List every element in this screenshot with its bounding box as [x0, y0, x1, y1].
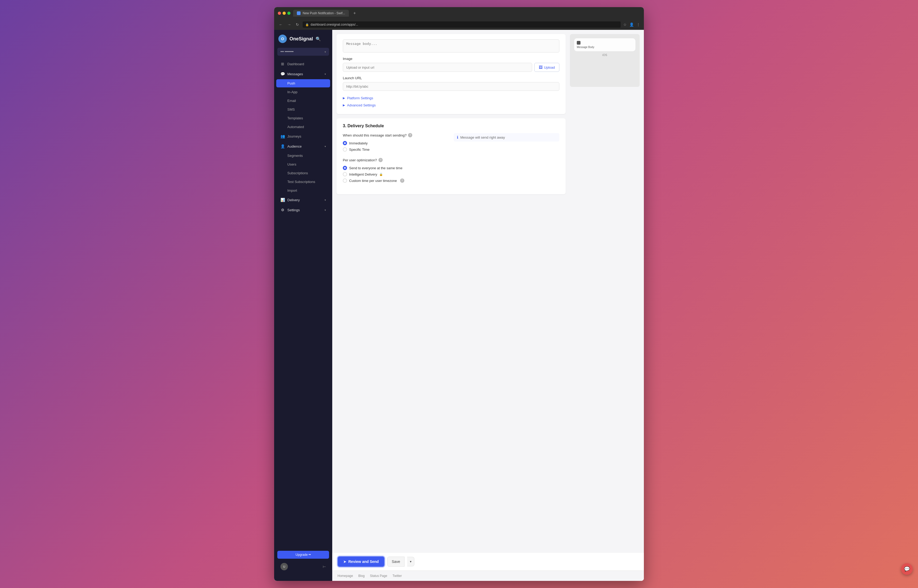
- sidebar-item-email[interactable]: Email: [276, 97, 330, 105]
- import-label: Import: [287, 189, 297, 192]
- tab-favicon: [297, 11, 301, 15]
- users-label: Users: [287, 162, 296, 166]
- back-button[interactable]: ←: [278, 22, 284, 27]
- launch-url-label: Launch URL: [343, 76, 559, 80]
- sidebar-item-delivery[interactable]: 📊 Delivery ▾: [276, 195, 330, 205]
- sidebar-item-dashboard[interactable]: ⊞ Dashboard: [276, 59, 330, 69]
- test-subscriptions-label: Test Subscriptions: [287, 180, 315, 184]
- collapse-button[interactable]: ⊢: [323, 564, 326, 569]
- chat-button[interactable]: 💬: [901, 563, 913, 575]
- custom-timezone-radio[interactable]: [343, 178, 347, 183]
- sidebar-item-test-subscriptions[interactable]: Test Subscriptions: [276, 178, 330, 186]
- per-user-help-icon[interactable]: ?: [378, 158, 383, 162]
- review-send-button[interactable]: ➤ Review and Send: [338, 556, 385, 567]
- send-everyone-option[interactable]: Send to everyone at the same time: [343, 165, 448, 171]
- sidebar-item-automated[interactable]: Automated: [276, 123, 330, 131]
- bookmark-button[interactable]: ☆: [623, 23, 627, 27]
- image-url-input[interactable]: [343, 63, 532, 72]
- when-help-icon[interactable]: ?: [408, 133, 412, 137]
- logo-icon: O: [278, 35, 287, 43]
- app-selector[interactable]: ••• •••••••• ▾: [277, 48, 329, 56]
- new-tab-button[interactable]: +: [352, 10, 358, 16]
- sidebar-item-messages[interactable]: 💬 Messages ▾: [276, 69, 330, 79]
- sms-label: SMS: [287, 107, 295, 111]
- page-footer: Homepage Blog Status Page Twitter: [332, 570, 644, 581]
- sidebar-item-import[interactable]: Import: [276, 186, 330, 195]
- sidebar-item-audience[interactable]: 👤 Audience ▾: [276, 142, 330, 151]
- delivery-label: Delivery: [287, 198, 300, 202]
- sidebar-item-subscriptions[interactable]: Subscriptions: [276, 169, 330, 177]
- close-button[interactable]: [278, 11, 281, 15]
- browser-titlebar: New Push Notification - Swif... +: [274, 7, 644, 19]
- launch-url-input[interactable]: [343, 82, 559, 91]
- dashboard-icon: ⊞: [280, 62, 285, 66]
- immediately-option[interactable]: Immediately: [343, 140, 448, 146]
- send-icon: ➤: [343, 560, 346, 564]
- sidebar-item-push[interactable]: Push: [276, 79, 330, 87]
- minimize-button[interactable]: [283, 11, 286, 15]
- twitter-link[interactable]: Twitter: [393, 574, 402, 578]
- reload-button[interactable]: ↻: [295, 22, 300, 27]
- save-dropdown-button[interactable]: ▾: [407, 557, 414, 566]
- menu-button[interactable]: ⋮: [637, 23, 640, 27]
- upload-button[interactable]: 🖼 Upload: [534, 63, 559, 72]
- save-button[interactable]: Save: [387, 557, 405, 567]
- per-user-question: Per user optimization? ?: [343, 158, 448, 162]
- notif-header: [577, 41, 633, 45]
- main-wrapper: Image 🖼 Upload Launch URL: [332, 30, 644, 581]
- upload-icon: 🖼: [539, 65, 543, 69]
- chat-icon: 💬: [904, 566, 910, 572]
- sidebar-item-journeys[interactable]: 👥 Journeys: [276, 131, 330, 141]
- search-button[interactable]: 🔍: [315, 36, 321, 42]
- info-icon: ℹ: [457, 135, 458, 139]
- automated-label: Automated: [287, 125, 304, 129]
- tab-title: New Push Notification - Swif...: [303, 11, 345, 15]
- homepage-link[interactable]: Homepage: [338, 574, 353, 578]
- specific-time-radio[interactable]: [343, 147, 347, 152]
- delivery-two-col: When should this message start sending? …: [343, 133, 559, 189]
- image-label: Image: [343, 57, 559, 61]
- upgrade-button[interactable]: Upgrade ••: [277, 551, 329, 559]
- forward-button[interactable]: →: [286, 22, 292, 27]
- profile-button[interactable]: 👤: [629, 23, 634, 27]
- specific-time-label: Specific Time: [349, 148, 370, 152]
- browser-tab[interactable]: New Push Notification - Swif...: [293, 10, 349, 17]
- intelligent-delivery-radio[interactable]: [343, 172, 347, 176]
- advanced-settings-label: Advanced Settings: [347, 103, 375, 107]
- settings-icon: ⚙: [280, 208, 285, 212]
- maximize-button[interactable]: [287, 11, 291, 15]
- sidebar-item-inapp[interactable]: In-App: [276, 88, 330, 96]
- messages-chevron: ▾: [325, 73, 326, 76]
- send-everyone-radio[interactable]: [343, 166, 347, 170]
- sidebar-item-segments[interactable]: Segments: [276, 152, 330, 160]
- message-body-textarea[interactable]: [343, 39, 559, 53]
- sidebar-item-templates[interactable]: Templates: [276, 114, 330, 122]
- status-page-link[interactable]: Status Page: [370, 574, 387, 578]
- user-avatar: U: [280, 563, 288, 570]
- platform-settings-toggle[interactable]: ▶ Platform Settings: [343, 95, 559, 102]
- immediately-radio[interactable]: [343, 141, 347, 145]
- specific-time-option[interactable]: Specific Time: [343, 146, 448, 153]
- sidebar: O OneSignal 🔍 ••• •••••••• ▾ ⊞ Dashboard…: [274, 30, 332, 581]
- custom-timezone-option[interactable]: Custom time per user timezone ?: [343, 178, 448, 184]
- audience-icon: 👤: [280, 144, 285, 149]
- delivery-right: ℹ Message will send right away: [454, 133, 559, 142]
- templates-label: Templates: [287, 116, 303, 120]
- delivery-left: When should this message start sending? …: [343, 133, 448, 189]
- custom-timezone-help-icon[interactable]: ?: [400, 178, 404, 183]
- info-message: ℹ Message will send right away: [454, 133, 559, 142]
- send-everyone-label: Send to everyone at the same time: [349, 166, 402, 170]
- messages-icon: 💬: [280, 72, 285, 76]
- intelligent-delivery-lock-icon: 🔒: [379, 173, 383, 176]
- intelligent-delivery-option[interactable]: Intelligent Delivery 🔒: [343, 171, 448, 178]
- delivery-chevron: ▾: [325, 199, 326, 202]
- address-bar[interactable]: 🔒 dashboard.onesignal.com/apps/...: [303, 21, 621, 28]
- sidebar-item-settings[interactable]: ⚙ Settings ▾: [276, 205, 330, 215]
- delivery-schedule-panel: 3. Delivery Schedule When should this me…: [336, 118, 566, 194]
- audience-chevron: ▾: [325, 145, 326, 148]
- blog-link[interactable]: Blog: [359, 574, 365, 578]
- browser-window: New Push Notification - Swif... + ← → ↻ …: [274, 7, 644, 581]
- sidebar-item-users[interactable]: Users: [276, 160, 330, 168]
- advanced-settings-toggle[interactable]: ▶ Advanced Settings: [343, 102, 559, 109]
- sidebar-item-sms[interactable]: SMS: [276, 105, 330, 113]
